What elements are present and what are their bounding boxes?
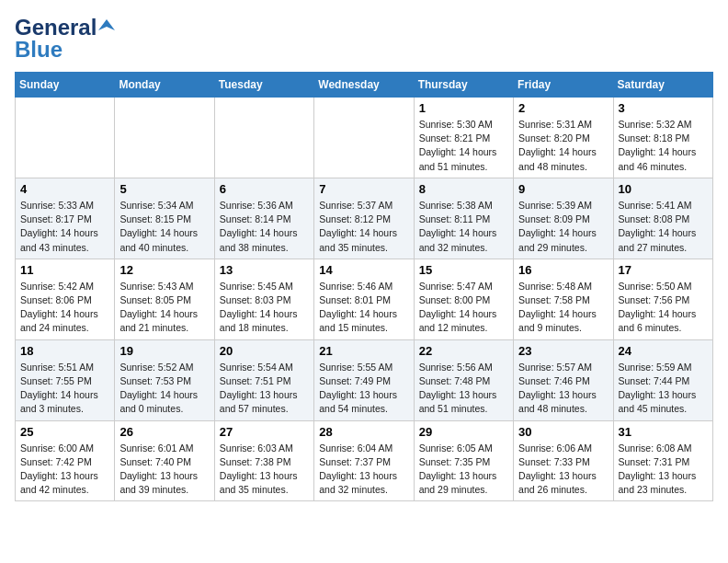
calendar-body: 1Sunrise: 5:30 AM Sunset: 8:21 PM Daylig…	[16, 98, 713, 501]
day-number: 6	[220, 182, 309, 196]
day-number: 22	[419, 344, 508, 358]
calendar-week-row: 1Sunrise: 5:30 AM Sunset: 8:21 PM Daylig…	[16, 98, 713, 178]
day-number: 16	[518, 263, 608, 277]
day-info: Sunrise: 5:37 AM Sunset: 8:12 PM Dayligh…	[319, 199, 408, 255]
calendar-cell: 10Sunrise: 5:41 AM Sunset: 8:08 PM Dayli…	[613, 178, 712, 259]
calendar-week-row: 18Sunrise: 5:51 AM Sunset: 7:55 PM Dayli…	[16, 339, 713, 420]
day-number: 1	[419, 101, 508, 115]
day-number: 26	[119, 425, 209, 439]
day-info: Sunrise: 6:08 AM Sunset: 7:31 PM Dayligh…	[619, 442, 708, 498]
day-info: Sunrise: 5:54 AM Sunset: 7:51 PM Dayligh…	[220, 361, 309, 417]
day-info: Sunrise: 5:51 AM Sunset: 7:55 PM Dayligh…	[20, 361, 109, 417]
day-info: Sunrise: 5:34 AM Sunset: 8:15 PM Dayligh…	[119, 199, 209, 255]
day-number: 14	[319, 263, 408, 277]
day-info: Sunrise: 5:45 AM Sunset: 8:03 PM Dayligh…	[220, 280, 309, 336]
logo-bird-icon	[98, 17, 115, 34]
day-info: Sunrise: 5:31 AM Sunset: 8:20 PM Dayligh…	[518, 118, 608, 174]
day-number: 15	[419, 263, 508, 277]
page-header: General Blue	[15, 15, 713, 63]
day-info: Sunrise: 5:59 AM Sunset: 7:44 PM Dayligh…	[619, 361, 708, 417]
day-info: Sunrise: 5:50 AM Sunset: 7:56 PM Dayligh…	[619, 280, 708, 336]
calendar-cell: 2Sunrise: 5:31 AM Sunset: 8:20 PM Daylig…	[514, 98, 613, 178]
calendar-cell: 5Sunrise: 5:34 AM Sunset: 8:15 PM Daylig…	[115, 178, 214, 259]
calendar-cell: 30Sunrise: 6:06 AM Sunset: 7:33 PM Dayli…	[514, 420, 613, 501]
calendar-cell: 27Sunrise: 6:03 AM Sunset: 7:38 PM Dayli…	[214, 420, 313, 501]
day-number: 30	[518, 425, 608, 439]
day-number: 8	[419, 182, 508, 196]
calendar-cell	[16, 98, 115, 178]
day-info: Sunrise: 5:30 AM Sunset: 8:21 PM Dayligh…	[419, 118, 508, 174]
calendar-cell: 13Sunrise: 5:45 AM Sunset: 8:03 PM Dayli…	[214, 259, 313, 339]
calendar-cell: 4Sunrise: 5:33 AM Sunset: 8:17 PM Daylig…	[16, 178, 115, 259]
calendar-cell: 19Sunrise: 5:52 AM Sunset: 7:53 PM Dayli…	[115, 339, 214, 420]
day-number: 31	[619, 425, 708, 439]
calendar-cell: 22Sunrise: 5:56 AM Sunset: 7:48 PM Dayli…	[414, 339, 513, 420]
calendar-cell: 9Sunrise: 5:39 AM Sunset: 8:09 PM Daylig…	[514, 178, 613, 259]
day-number: 7	[319, 182, 408, 196]
day-number: 21	[319, 344, 408, 358]
calendar-cell: 14Sunrise: 5:46 AM Sunset: 8:01 PM Dayli…	[314, 259, 414, 339]
day-info: Sunrise: 5:57 AM Sunset: 7:46 PM Dayligh…	[518, 361, 608, 417]
day-info: Sunrise: 5:33 AM Sunset: 8:17 PM Dayligh…	[20, 199, 109, 255]
logo: General Blue	[15, 15, 115, 63]
calendar-cell: 1Sunrise: 5:30 AM Sunset: 8:21 PM Daylig…	[414, 98, 513, 178]
calendar-cell: 29Sunrise: 6:05 AM Sunset: 7:35 PM Dayli…	[414, 420, 513, 501]
day-info: Sunrise: 5:52 AM Sunset: 7:53 PM Dayligh…	[119, 361, 209, 417]
calendar-header-row: SundayMondayTuesdayWednesdayThursdayFrid…	[16, 73, 713, 98]
svg-marker-0	[98, 19, 115, 30]
calendar-cell: 11Sunrise: 5:42 AM Sunset: 8:06 PM Dayli…	[16, 259, 115, 339]
day-info: Sunrise: 5:55 AM Sunset: 7:49 PM Dayligh…	[319, 361, 408, 417]
day-number: 20	[220, 344, 309, 358]
calendar-cell: 15Sunrise: 5:47 AM Sunset: 8:00 PM Dayli…	[414, 259, 513, 339]
calendar-cell: 8Sunrise: 5:38 AM Sunset: 8:11 PM Daylig…	[414, 178, 513, 259]
day-info: Sunrise: 6:01 AM Sunset: 7:40 PM Dayligh…	[119, 442, 209, 498]
col-header-sunday: Sunday	[16, 73, 115, 98]
calendar-cell: 21Sunrise: 5:55 AM Sunset: 7:49 PM Dayli…	[314, 339, 414, 420]
day-number: 3	[619, 101, 708, 115]
day-info: Sunrise: 5:43 AM Sunset: 8:05 PM Dayligh…	[119, 280, 209, 336]
calendar-cell: 26Sunrise: 6:01 AM Sunset: 7:40 PM Dayli…	[115, 420, 214, 501]
day-info: Sunrise: 5:42 AM Sunset: 8:06 PM Dayligh…	[20, 280, 109, 336]
day-number: 13	[220, 263, 309, 277]
col-header-saturday: Saturday	[613, 73, 712, 98]
calendar-week-row: 4Sunrise: 5:33 AM Sunset: 8:17 PM Daylig…	[16, 178, 713, 259]
day-info: Sunrise: 5:38 AM Sunset: 8:11 PM Dayligh…	[419, 199, 508, 255]
day-info: Sunrise: 5:39 AM Sunset: 8:09 PM Dayligh…	[518, 199, 608, 255]
day-info: Sunrise: 5:41 AM Sunset: 8:08 PM Dayligh…	[619, 199, 708, 255]
day-info: Sunrise: 6:04 AM Sunset: 7:37 PM Dayligh…	[319, 442, 408, 498]
day-info: Sunrise: 6:06 AM Sunset: 7:33 PM Dayligh…	[518, 442, 608, 498]
calendar-cell: 28Sunrise: 6:04 AM Sunset: 7:37 PM Dayli…	[314, 420, 414, 501]
day-number: 19	[119, 344, 209, 358]
calendar-cell: 3Sunrise: 5:32 AM Sunset: 8:18 PM Daylig…	[613, 98, 712, 178]
day-number: 18	[20, 344, 109, 358]
day-number: 28	[319, 425, 408, 439]
calendar-cell	[115, 98, 214, 178]
col-header-wednesday: Wednesday	[314, 73, 414, 98]
day-info: Sunrise: 5:47 AM Sunset: 8:00 PM Dayligh…	[419, 280, 508, 336]
calendar-cell: 7Sunrise: 5:37 AM Sunset: 8:12 PM Daylig…	[314, 178, 414, 259]
calendar-cell: 16Sunrise: 5:48 AM Sunset: 7:58 PM Dayli…	[514, 259, 613, 339]
col-header-friday: Friday	[514, 73, 613, 98]
day-number: 12	[119, 263, 209, 277]
day-info: Sunrise: 6:00 AM Sunset: 7:42 PM Dayligh…	[20, 442, 109, 498]
day-number: 5	[119, 182, 209, 196]
day-number: 9	[518, 182, 608, 196]
calendar-table: SundayMondayTuesdayWednesdayThursdayFrid…	[15, 72, 713, 501]
calendar-cell: 31Sunrise: 6:08 AM Sunset: 7:31 PM Dayli…	[613, 420, 712, 501]
calendar-cell: 24Sunrise: 5:59 AM Sunset: 7:44 PM Dayli…	[613, 339, 712, 420]
day-info: Sunrise: 6:05 AM Sunset: 7:35 PM Dayligh…	[419, 442, 508, 498]
col-header-thursday: Thursday	[414, 73, 513, 98]
day-number: 2	[518, 101, 608, 115]
day-number: 27	[220, 425, 309, 439]
day-info: Sunrise: 5:36 AM Sunset: 8:14 PM Dayligh…	[220, 199, 309, 255]
calendar-week-row: 25Sunrise: 6:00 AM Sunset: 7:42 PM Dayli…	[16, 420, 713, 501]
day-number: 25	[20, 425, 109, 439]
calendar-cell: 25Sunrise: 6:00 AM Sunset: 7:42 PM Dayli…	[16, 420, 115, 501]
calendar-cell	[214, 98, 313, 178]
logo-blue: Blue	[15, 37, 63, 63]
day-number: 23	[518, 344, 608, 358]
calendar-cell: 17Sunrise: 5:50 AM Sunset: 7:56 PM Dayli…	[613, 259, 712, 339]
day-info: Sunrise: 5:32 AM Sunset: 8:18 PM Dayligh…	[619, 118, 708, 174]
day-number: 17	[619, 263, 708, 277]
day-info: Sunrise: 5:56 AM Sunset: 7:48 PM Dayligh…	[419, 361, 508, 417]
